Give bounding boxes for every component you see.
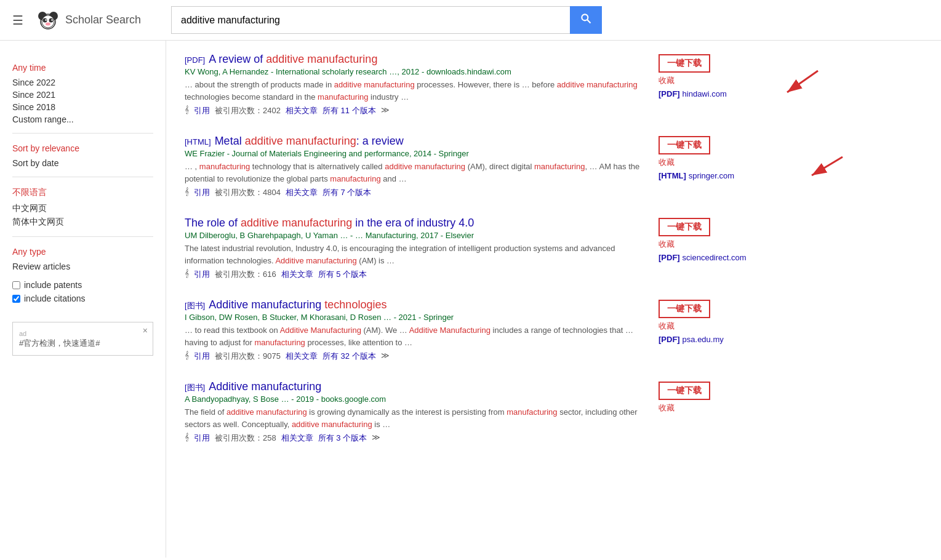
pdf-link-4[interactable]: psa.edu.my (683, 335, 724, 344)
sidebar-item-custom-range[interactable]: Custom range... (12, 113, 153, 126)
ad-close-button[interactable]: × (143, 326, 148, 335)
versions-link[interactable]: 所有 5 个版本 (318, 269, 367, 280)
result-title-1[interactable]: A review of additive manufacturing (209, 53, 377, 66)
sidebar-item-simplified-chinese[interactable]: 简体中文网页 (12, 215, 153, 229)
more-icon: ≫ (372, 433, 380, 444)
table-row: [图书] Additive manufacturing technologies… (185, 298, 646, 362)
result-title-line-2: [HTML] Metal additive manufacturing: a r… (185, 135, 646, 148)
download-button-3[interactable]: 一键下载 (659, 218, 710, 236)
pdf-link-3[interactable]: sciencedirect.com (683, 253, 747, 262)
result-meta-3: 𝄞 引用 被引用次数：616 相关文章 所有 5 个版本 (185, 269, 646, 280)
sidebar-item-since2021[interactable]: Since 2021 (12, 89, 153, 101)
versions-link[interactable]: 所有 32 个版本 (322, 351, 376, 362)
download-button-4[interactable]: 一键下载 (659, 300, 710, 318)
author-link[interactable]: A Hernandez (222, 67, 268, 76)
versions-link[interactable]: 所有 11 个版本 (322, 105, 376, 116)
svg-point-7 (45, 19, 46, 20)
result-wrapper-3: The role of additive manufacturing in th… (185, 217, 923, 298)
pdf-tag-2: [HTML] (659, 171, 686, 180)
type-section-title[interactable]: Any type (12, 247, 153, 257)
author-link[interactable]: UM Dilberoglu (185, 231, 235, 240)
journal-info: - International scholarly research …, 20… (271, 67, 511, 76)
author-link[interactable]: B Stucker (262, 313, 297, 322)
versions-link[interactable]: 所有 7 个版本 (322, 187, 371, 198)
divider-3 (12, 236, 153, 237)
author-link[interactable]: A Bandyopadhyay (185, 394, 249, 404)
cite-link[interactable]: 引用 (194, 105, 210, 116)
download-button-1[interactable]: 一键下载 (659, 54, 710, 73)
cite-link[interactable]: 引用 (194, 351, 210, 362)
citations-checkbox-input[interactable] (12, 295, 20, 303)
more-icon: ≫ (381, 105, 390, 116)
result-authors-5: A Bandyopadhyay, S Bose … - 2019 - books… (185, 394, 646, 404)
divider-2 (12, 177, 153, 177)
result-title-4[interactable]: Additive manufacturing technologies (209, 298, 386, 311)
author-link[interactable]: B Gharehpapagh (240, 231, 301, 240)
svg-point-8 (51, 19, 52, 20)
menu-icon[interactable]: ☰ (12, 13, 23, 28)
author-link[interactable]: KV Wong (185, 67, 218, 76)
ad-label: ad (19, 330, 26, 337)
lang-section-title[interactable]: 不限语言 (12, 187, 153, 198)
related-link[interactable]: 相关文章 (286, 351, 318, 362)
collect-button-2[interactable]: 收藏 (659, 157, 675, 168)
pdf-link-2[interactable]: springer.com (689, 171, 734, 180)
sort-section-title[interactable]: Sort by relevance (12, 143, 153, 153)
related-link[interactable]: 相关文章 (286, 187, 318, 198)
author-link[interactable]: M Khorasani (301, 313, 346, 322)
cite-icon: 𝄞 (185, 187, 189, 198)
author-link[interactable]: U Yaman (305, 231, 338, 240)
svg-point-6 (46, 22, 50, 25)
sidebar-item-since2018[interactable]: Since 2018 (12, 101, 153, 113)
collect-button-4[interactable]: 收藏 (659, 321, 675, 332)
result-meta-4: 𝄞 引用 被引用次数：9075 相关文章 所有 32 个版本 ≫ (185, 351, 646, 362)
author-link[interactable]: S Bose (253, 394, 279, 404)
time-section-title[interactable]: Any time (12, 63, 153, 73)
journal-info: … - 2019 - books.google.com (281, 394, 386, 404)
result-title-3[interactable]: The role of additive manufacturing in th… (185, 217, 474, 230)
download-button-2[interactable]: 一键下载 (659, 136, 710, 154)
versions-link[interactable]: 所有 3 个版本 (318, 433, 367, 444)
cite-link[interactable]: 引用 (194, 433, 210, 444)
search-button[interactable] (570, 6, 602, 34)
collect-button-3[interactable]: 收藏 (659, 239, 675, 250)
patents-checkbox-input[interactable] (12, 281, 20, 289)
author-link[interactable]: I Gibson (185, 313, 214, 322)
main-layout: Any time Since 2022 Since 2021 Since 201… (0, 41, 941, 558)
sidebar-item-since2022[interactable]: Since 2022 (12, 76, 153, 89)
cite-icon: 𝄞 (185, 351, 189, 362)
result-authors-2: WE Frazier - Journal of Materials Engine… (185, 149, 646, 158)
ad-box: ad #官方检测，快速通道# × (12, 322, 153, 356)
cite-link[interactable]: 引用 (194, 187, 210, 198)
logo-text: Scholar Search (65, 14, 141, 26)
pdf-link-1[interactable]: hindawi.com (683, 89, 727, 98)
result-actions-1: 一键下载 收藏 [PDF] hindawi.com (659, 53, 757, 135)
author-link[interactable]: WE Frazier (185, 149, 225, 158)
result-title-2[interactable]: Metal additive manufacturing: a review (215, 135, 404, 148)
sidebar-item-review-articles[interactable]: Review articles (12, 260, 153, 273)
divider-1 (12, 133, 153, 134)
download-button-5[interactable]: 一键下载 (659, 382, 710, 400)
journal-info: - Journal of Materials Engineering and p… (227, 149, 469, 158)
include-citations-checkbox[interactable]: include citations (12, 294, 153, 303)
checkbox-area: include patents include citations (12, 280, 153, 303)
author-link[interactable]: DW Rosen (219, 313, 258, 322)
sidebar-item-chinese-web[interactable]: 中文网页 (12, 202, 153, 215)
result-type-tag-5: [图书] (185, 382, 205, 393)
collect-button-1[interactable]: 收藏 (659, 75, 675, 86)
cite-link[interactable]: 引用 (194, 269, 210, 280)
journal-info: … - 2021 - Springer (383, 313, 454, 322)
result-title-line-3: The role of additive manufacturing in th… (185, 217, 646, 230)
related-link[interactable]: 相关文章 (281, 269, 313, 280)
related-link[interactable]: 相关文章 (281, 433, 313, 444)
result-wrapper-4: [图书] Additive manufacturing technologies… (185, 298, 923, 380)
related-link[interactable]: 相关文章 (286, 105, 318, 116)
search-input[interactable] (171, 6, 570, 34)
svg-line-10 (587, 20, 590, 23)
collect-button-5[interactable]: 收藏 (659, 402, 675, 414)
result-title-5[interactable]: Additive manufacturing (209, 380, 321, 393)
result-meta-1: 𝄞 引用 被引用次数：2402 相关文章 所有 11 个版本 ≫ (185, 105, 646, 116)
include-patents-checkbox[interactable]: include patents (12, 280, 153, 290)
include-citations-label: include citations (24, 294, 86, 303)
sidebar-item-sort-date[interactable]: Sort by date (12, 157, 153, 169)
